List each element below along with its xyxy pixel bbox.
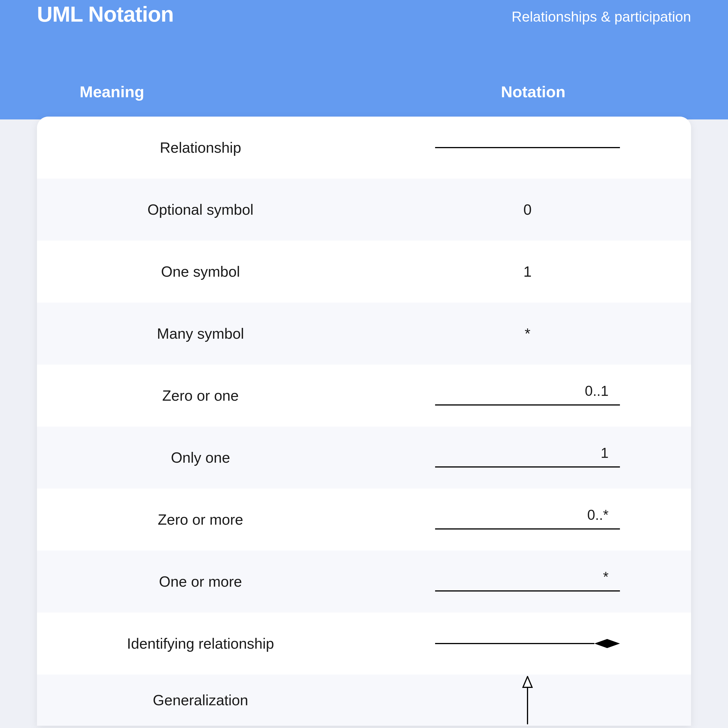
notation-cell: 0 xyxy=(364,201,691,218)
page-subtitle: Relationships & participation xyxy=(512,0,691,25)
labeled-line-icon: 0..1 xyxy=(435,383,620,408)
table-row: Only one 1 xyxy=(37,427,691,489)
notation-cell xyxy=(364,145,691,150)
notation-cell: 0..1 xyxy=(364,383,691,408)
notation-cell: * xyxy=(364,569,691,594)
line-icon xyxy=(435,466,620,468)
multiplicity-label: 1 xyxy=(601,445,609,461)
multiplicity-label: 0..* xyxy=(587,507,609,523)
meaning-label: One or more xyxy=(37,573,364,590)
line-icon xyxy=(435,404,620,405)
labeled-line-icon: 1 xyxy=(435,445,620,470)
svg-marker-3 xyxy=(523,676,532,687)
meaning-label: Zero or more xyxy=(37,511,364,528)
meaning-label: Identifying relationship xyxy=(37,635,364,652)
page-title: UML Notation xyxy=(37,0,174,28)
table-row: Zero or one 0..1 xyxy=(37,365,691,427)
multiplicity-label: * xyxy=(603,569,609,585)
table-row: Generalization xyxy=(37,674,691,726)
meaning-label: One symbol xyxy=(37,263,364,280)
labeled-line-icon: * xyxy=(435,569,620,594)
notation-text: 1 xyxy=(523,263,532,280)
column-header-meaning: Meaning xyxy=(37,83,364,101)
column-headers: Meaning Notation xyxy=(37,83,691,101)
notation-text: 0 xyxy=(523,201,532,218)
table-row: Relationship xyxy=(37,116,691,179)
header: UML Notation Relationships & participati… xyxy=(0,0,728,119)
table-row: Many symbol * xyxy=(37,303,691,365)
notation-cell xyxy=(364,676,691,724)
notation-text: * xyxy=(525,325,530,342)
diamond-line-icon xyxy=(435,635,620,652)
line-icon xyxy=(435,528,620,529)
meaning-label: Many symbol xyxy=(37,325,364,342)
table-row: Optional symbol 0 xyxy=(37,179,691,240)
meaning-label: Optional symbol xyxy=(37,201,364,218)
meaning-label: Relationship xyxy=(37,139,364,156)
arrow-up-icon xyxy=(519,676,536,724)
notation-cell xyxy=(364,635,691,652)
notation-cell: 0..* xyxy=(364,507,691,532)
meaning-label: Only one xyxy=(37,449,364,466)
notation-card: Relationship Optional symbol 0 One symbo… xyxy=(37,116,691,726)
notation-cell: 1 xyxy=(364,263,691,280)
line-icon xyxy=(435,145,620,150)
table-row: Identifying relationship xyxy=(37,613,691,674)
header-top: UML Notation Relationships & participati… xyxy=(37,0,691,28)
notation-cell: 1 xyxy=(364,445,691,470)
notation-cell: * xyxy=(364,325,691,342)
column-header-notation: Notation xyxy=(364,83,691,101)
table-row: One symbol 1 xyxy=(37,240,691,303)
meaning-label: Generalization xyxy=(37,691,364,709)
table-row: One or more * xyxy=(37,551,691,613)
multiplicity-label: 0..1 xyxy=(585,383,609,399)
svg-marker-2 xyxy=(594,639,620,648)
meaning-label: Zero or one xyxy=(37,387,364,404)
table-row: Zero or more 0..* xyxy=(37,489,691,551)
labeled-line-icon: 0..* xyxy=(435,507,620,532)
line-icon xyxy=(435,590,620,592)
